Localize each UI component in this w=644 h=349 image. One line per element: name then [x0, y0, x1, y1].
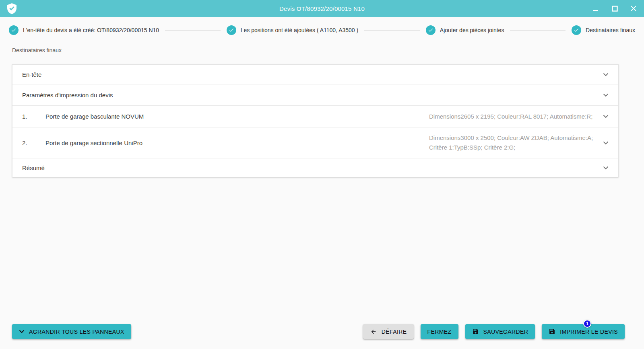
- undo-button[interactable]: DÉFAIRE: [363, 324, 414, 339]
- step-label: Ajouter des pièces jointes: [440, 27, 504, 33]
- maximize-button[interactable]: [611, 5, 618, 12]
- stepper-step-final-recipients[interactable]: Destinataires finaux: [572, 25, 635, 35]
- position-details: Dimensions3000 x 2500; Couleur:AW ZDAB; …: [429, 133, 603, 152]
- expand-all-label: AGRANDIR TOUS LES PANNEAUX: [29, 328, 124, 335]
- wizard-stepper: L'en-tête du devis a été créé: OT/80932/…: [0, 17, 644, 43]
- panel-parametres-impression[interactable]: Paramètres d'impression du devis: [12, 84, 618, 106]
- window-title: Devis OT/80932/20/00015 N10: [279, 5, 365, 12]
- step-check-icon: [572, 25, 581, 35]
- position-details: Dimensions2605 x 2195; Couleur:RAL 8017;…: [429, 112, 603, 121]
- position-details-line: Dimensions3000 x 2500; Couleur:AW ZDAB; …: [429, 133, 597, 143]
- save-icon: [549, 328, 555, 335]
- step-check-icon: [9, 25, 19, 35]
- save-button[interactable]: SAUVEGARDER: [465, 324, 535, 339]
- panel-position-1[interactable]: 1. Porte de garage basculante NOVUM Dime…: [12, 106, 618, 127]
- position-details-line: Critère 1:TypB:SSp; Critère 2:G;: [429, 143, 597, 152]
- print-label: IMPRIMER LE DEVIS: [560, 328, 618, 335]
- save-label: SAUVEGARDER: [483, 328, 528, 335]
- maximize-icon: [612, 6, 618, 12]
- close-dialog-button[interactable]: FERMEZ: [421, 324, 458, 339]
- chevron-down-icon: [603, 115, 609, 118]
- panel-title: Paramètres d'impression du devis: [22, 92, 113, 99]
- undo-label: DÉFAIRE: [382, 328, 407, 335]
- step-label: L'en-tête du devis a été créé: OT/80932/…: [23, 27, 159, 33]
- chevron-down-icon: [603, 141, 609, 145]
- chevron-down-icon: [603, 93, 609, 97]
- stepper-step-attachments[interactable]: Ajouter des pièces jointes: [426, 25, 504, 35]
- notification-badge: 1: [583, 320, 591, 328]
- accordion-card: En-tête Paramètres d'impression du devis…: [12, 64, 619, 177]
- stepper-step-positions-added[interactable]: Les positions ont été ajoutées ( A1100, …: [227, 25, 358, 35]
- panel-entete[interactable]: En-tête: [12, 65, 618, 84]
- save-icon: [472, 328, 479, 335]
- stepper-step-header-created[interactable]: L'en-tête du devis a été créé: OT/80932/…: [9, 25, 159, 35]
- shield-check-icon: [7, 3, 17, 14]
- position-title: Porte de garage sectionnelle UniPro: [45, 140, 142, 146]
- position-details-line: Dimensions2605 x 2195; Couleur:RAL 8017;…: [429, 113, 592, 120]
- position-title: Porte de garage basculante NOVUM: [45, 113, 144, 120]
- stepper-connector: [510, 30, 566, 31]
- window-titlebar: Devis OT/80932/20/00015 N10: [0, 0, 644, 17]
- chevron-down-icon: [19, 330, 25, 333]
- expand-all-panels-button[interactable]: AGRANDIR TOUS LES PANNEAUX: [12, 324, 131, 339]
- panel-position-2[interactable]: 2. Porte de garage sectionnelle UniPro D…: [12, 127, 618, 158]
- minimize-icon: [593, 6, 598, 11]
- section-label: Destinataires finaux: [12, 47, 62, 53]
- minimize-button[interactable]: [592, 5, 599, 12]
- panel-resume[interactable]: Résumé: [12, 158, 618, 177]
- panel-title: En-tête: [22, 71, 41, 78]
- close-icon: [631, 6, 636, 11]
- close-button[interactable]: [630, 5, 637, 12]
- position-number: 1.: [22, 113, 45, 120]
- step-check-icon: [426, 25, 436, 35]
- stepper-connector: [165, 30, 221, 31]
- stepper-connector: [364, 30, 420, 31]
- chevron-down-icon: [603, 73, 609, 76]
- position-number: 2.: [22, 140, 45, 146]
- arrow-left-icon: [370, 328, 377, 335]
- footer-toolbar: AGRANDIR TOUS LES PANNEAUX DÉFAIRE FERME…: [12, 324, 625, 339]
- close-label: FERMEZ: [427, 328, 452, 335]
- step-label: Les positions ont été ajoutées ( A1100, …: [241, 27, 358, 33]
- panel-title: Résumé: [22, 164, 45, 171]
- step-check-icon: [227, 25, 236, 35]
- chevron-down-icon: [603, 166, 609, 170]
- step-label: Destinataires finaux: [586, 27, 635, 33]
- print-quote-button[interactable]: 1 IMPRIMER LE DEVIS: [542, 324, 625, 339]
